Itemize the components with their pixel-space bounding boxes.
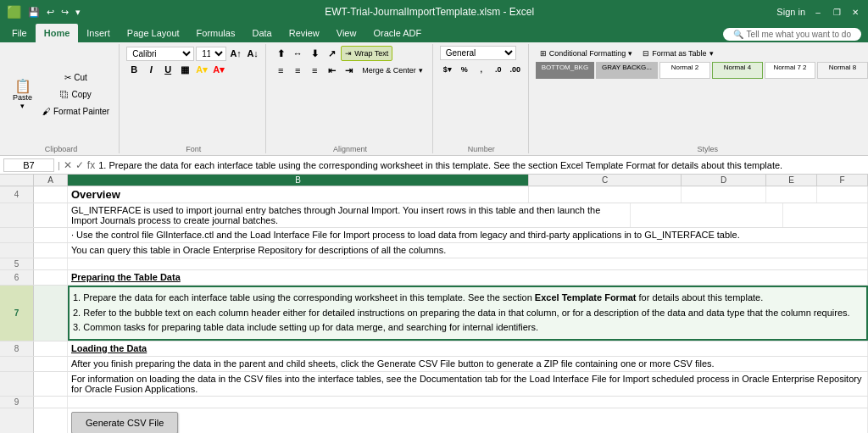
minimize-btn[interactable]: – — [812, 6, 824, 18]
format-painter-button[interactable]: 🖌 Format Painter — [38, 104, 114, 119]
cut-button[interactable]: ✂ Cut — [38, 70, 114, 86]
style-normal72[interactable]: Normal 7 2 — [765, 62, 815, 79]
col-header-e[interactable]: E — [766, 175, 817, 186]
customize-quick-btn[interactable]: ▾ — [74, 7, 82, 18]
grid-cell[interactable] — [529, 186, 682, 203]
style-normal4[interactable]: Normal 4 — [712, 62, 763, 79]
grid-cell[interactable]: · Use the control file GlInterface.ctl a… — [68, 228, 868, 242]
tab-file[interactable]: File — [3, 24, 36, 42]
copy-button[interactable]: ⿻ Copy — [38, 87, 114, 103]
align-top-button[interactable]: ⬆ — [273, 46, 288, 61]
grid-cell[interactable] — [817, 186, 868, 203]
tell-me-box[interactable]: 🔍 Tell me what you want to do — [723, 28, 861, 41]
style-normal2[interactable]: Normal 2 — [659, 62, 710, 79]
style-normal8[interactable]: Normal 8 — [817, 62, 868, 79]
grid-cell[interactable] — [34, 270, 68, 285]
currency-button[interactable]: $▾ — [440, 62, 455, 77]
grid-cell[interactable] — [34, 286, 68, 341]
grid-cell[interactable] — [631, 203, 783, 227]
grid-cell[interactable] — [766, 186, 817, 203]
redo-quick-btn[interactable]: ↪ — [59, 7, 70, 18]
paste-button[interactable]: 📋 Paste ▾ — [8, 72, 36, 118]
align-middle-button[interactable]: ↔ — [290, 46, 305, 61]
italic-button[interactable]: I — [143, 62, 159, 77]
grid-cell[interactable] — [34, 341, 68, 356]
grid-cell[interactable] — [783, 203, 868, 227]
grid-cell[interactable]: For information on loading the data in t… — [68, 372, 868, 396]
grid-cell[interactable] — [34, 243, 68, 258]
tab-insert[interactable]: Insert — [78, 24, 119, 42]
align-center-button[interactable]: ≡ — [290, 63, 305, 78]
grid-cell[interactable] — [34, 357, 68, 371]
wrap-text-button[interactable]: ⇥ Wrap Text — [341, 46, 392, 61]
style-gray-backg[interactable]: GRAY BACKG... — [596, 62, 658, 79]
decrease-decimal-button[interactable]: .00 — [508, 62, 523, 77]
border-button[interactable]: ▦ — [177, 62, 192, 77]
cancel-formula-icon[interactable]: ✕ — [64, 159, 72, 171]
tab-data[interactable]: Data — [243, 24, 280, 42]
grid-cell[interactable] — [68, 397, 868, 408]
grid-cell[interactable] — [34, 408, 68, 433]
tab-home[interactable]: Home — [36, 24, 79, 42]
format-as-table-button[interactable]: ⊟ Format as Table ▾ — [638, 46, 717, 61]
align-right-button[interactable]: ≡ — [307, 63, 322, 78]
generate-csv-button[interactable]: Generate CSV File — [71, 412, 178, 433]
grid-cell[interactable]: Overview — [68, 186, 529, 203]
align-left-button[interactable]: ≡ — [273, 63, 288, 78]
tab-review[interactable]: Review — [281, 24, 328, 42]
style-bottom-bkg[interactable]: BOTTOM_BKG — [536, 62, 594, 79]
shrink-font-button[interactable]: A↓ — [245, 46, 260, 61]
comma-button[interactable]: , — [474, 62, 489, 77]
copy-icon: ⿻ — [60, 90, 69, 99]
grid-cell[interactable] — [34, 372, 68, 396]
tab-page-layout[interactable]: Page Layout — [119, 24, 188, 42]
grid-cell[interactable]: Loading the Data — [68, 341, 868, 356]
grow-font-button[interactable]: A↑ — [228, 46, 243, 61]
grid-cell[interactable] — [34, 186, 68, 203]
signin-link[interactable]: Sign in — [776, 7, 805, 17]
increase-indent-button[interactable]: ⇥ — [341, 63, 356, 78]
text-angle-button[interactable]: ↗ — [324, 46, 339, 61]
restore-btn[interactable]: ❐ — [831, 6, 843, 18]
confirm-formula-icon[interactable]: ✓ — [75, 159, 84, 171]
number-format-select[interactable]: General — [440, 46, 516, 60]
col-header-b[interactable]: B — [68, 175, 529, 186]
grid-cell[interactable]: GL_INTERFACE is used to import journal e… — [68, 203, 631, 227]
cell-reference-input[interactable] — [3, 158, 54, 172]
formula-input[interactable] — [98, 160, 865, 170]
grid-cell[interactable]: Preparing the Table Data — [68, 270, 868, 285]
close-btn[interactable]: ✕ — [849, 6, 861, 18]
col-header-f[interactable]: F — [817, 175, 868, 186]
grid-cell[interactable] — [34, 228, 68, 242]
grid-cell[interactable] — [68, 258, 868, 269]
font-size-select[interactable]: 11 — [196, 47, 226, 61]
conditional-formatting-button[interactable]: ⊞ Conditional Formatting ▾ — [536, 46, 637, 61]
col-header-a[interactable]: A — [34, 175, 68, 186]
col-header-d[interactable]: D — [682, 175, 766, 186]
undo-quick-btn[interactable]: ↩ — [45, 7, 56, 18]
percent-button[interactable]: % — [457, 62, 472, 77]
tab-oracle-adf[interactable]: Oracle ADF — [364, 24, 430, 42]
grid-cell[interactable] — [34, 258, 68, 269]
font-color-button[interactable]: A▾ — [211, 62, 226, 77]
grid-cell[interactable] — [34, 397, 68, 408]
align-bottom-button[interactable]: ⬇ — [307, 46, 322, 61]
col-header-c[interactable]: C — [529, 175, 682, 186]
merge-center-button[interactable]: Merge & Center ▾ — [358, 63, 427, 78]
tab-formulas[interactable]: Formulas — [188, 24, 244, 42]
grid-cell[interactable] — [682, 186, 766, 203]
grid-cell[interactable] — [34, 203, 68, 227]
grid-cell[interactable]: You can query this table in Oracle Enter… — [68, 243, 868, 258]
fill-color-button[interactable]: A▾ — [194, 62, 209, 77]
grid-cell[interactable]: After you finish preparing the data in t… — [68, 357, 868, 371]
grid-cell[interactable]: Generate CSV File — [68, 408, 868, 433]
underline-button[interactable]: U — [160, 62, 175, 77]
decrease-indent-button[interactable]: ⇤ — [324, 63, 339, 78]
increase-decimal-button[interactable]: .0 — [491, 62, 506, 77]
bold-button[interactable]: B — [126, 62, 142, 77]
save-quick-btn[interactable]: 💾 — [26, 7, 42, 18]
tab-view[interactable]: View — [328, 24, 365, 42]
insert-function-icon[interactable]: fx — [87, 159, 95, 171]
font-name-select[interactable]: Calibri — [126, 47, 194, 61]
grid-cell[interactable]: 1. Prepare the data for each interface t… — [68, 286, 868, 341]
